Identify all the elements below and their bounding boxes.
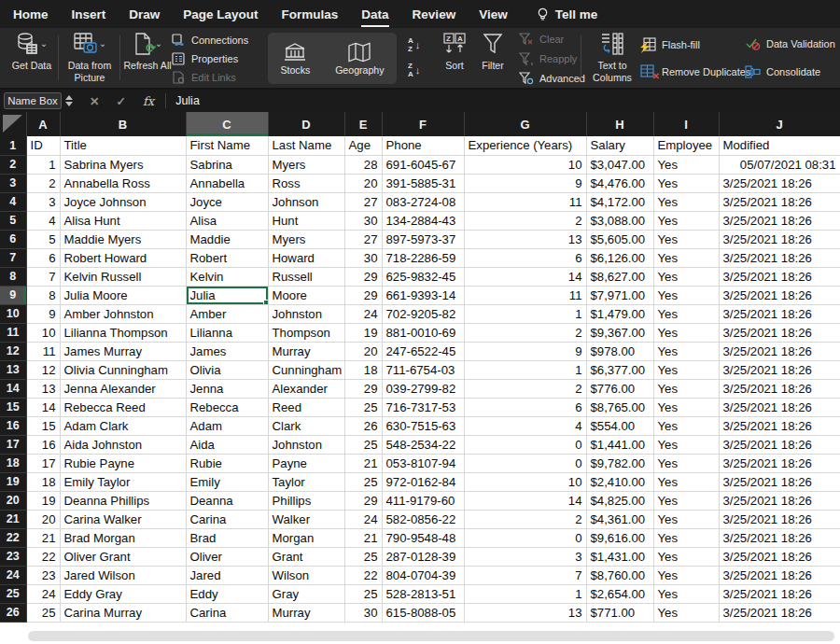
consolidate-button[interactable]: Consolidate xyxy=(745,65,838,78)
cell-C22[interactable]: Brad xyxy=(186,528,268,547)
cell-G15[interactable]: 6 xyxy=(464,398,586,416)
column-header-H[interactable]: H xyxy=(586,112,653,136)
cell-F4[interactable]: 083-2724-08 xyxy=(382,192,464,211)
tab-view[interactable]: View xyxy=(479,6,508,23)
cell-J26[interactable]: 3/25/2021 18:26 xyxy=(719,603,840,622)
cell-H18[interactable]: $9,782.00 xyxy=(586,454,653,472)
cell-C9[interactable]: Julia xyxy=(186,286,268,304)
name-box[interactable]: Name Box xyxy=(4,92,62,109)
cell-G1[interactable]: Experience (Years) xyxy=(464,136,586,155)
data-validation-button[interactable]: Data Validation ⌄ xyxy=(745,37,838,50)
cell-B21[interactable]: Carina Walker xyxy=(60,510,186,528)
cell-J9[interactable]: 3/25/2021 18:26 xyxy=(719,286,840,304)
row-header-11[interactable]: 11 xyxy=(0,323,26,342)
cell-D11[interactable]: Thompson xyxy=(268,323,344,342)
cell-A16[interactable]: 15 xyxy=(26,416,60,435)
insert-function-icon[interactable]: fx xyxy=(143,94,154,108)
cell-J14[interactable]: 3/25/2021 18:26 xyxy=(719,379,840,398)
cell-H15[interactable]: $8,765.00 xyxy=(586,398,653,416)
cell-C21[interactable]: Carina xyxy=(186,510,268,528)
connections-button[interactable]: Connections xyxy=(172,34,265,47)
cell-H19[interactable]: $2,410.00 xyxy=(586,472,653,491)
cell-H13[interactable]: $6,377.00 xyxy=(586,360,653,379)
cell-F8[interactable]: 625-9832-45 xyxy=(382,267,464,286)
cell-A1[interactable]: ID xyxy=(26,136,60,155)
cell-B3[interactable]: Annabella Ross xyxy=(60,174,186,192)
cell-C17[interactable]: Aida xyxy=(186,435,268,454)
cell-A24[interactable]: 23 xyxy=(26,566,60,584)
cell-E19[interactable]: 25 xyxy=(344,472,382,491)
cell-D13[interactable]: Cunningham xyxy=(268,360,344,379)
cell-J4[interactable]: 3/25/2021 18:26 xyxy=(719,192,840,211)
cell-I6[interactable]: Yes xyxy=(653,230,719,248)
cancel-icon[interactable]: ✕ xyxy=(90,94,99,108)
cell-D1[interactable]: Last Name xyxy=(268,136,344,155)
cell-I24[interactable]: Yes xyxy=(653,566,719,584)
cell-I13[interactable]: Yes xyxy=(653,360,719,379)
cell-D23[interactable]: Grant xyxy=(268,547,344,566)
refresh-all-button[interactable]: ⟳ ⌄ Refresh All xyxy=(123,32,172,72)
cell-A15[interactable]: 14 xyxy=(26,398,60,416)
formula-input[interactable]: Julia xyxy=(175,94,200,107)
cell-I14[interactable]: Yes xyxy=(653,379,719,398)
cell-F21[interactable]: 582-0856-22 xyxy=(382,510,464,528)
row-header-7[interactable]: 7 xyxy=(0,248,26,267)
cell-C25[interactable]: Eddy xyxy=(186,584,268,603)
confirm-icon[interactable]: ✓ xyxy=(116,94,125,108)
row-header-24[interactable]: 24 xyxy=(0,566,26,584)
cell-G25[interactable]: 1 xyxy=(464,584,586,603)
cell-D4[interactable]: Johnson xyxy=(268,192,344,211)
cell-C3[interactable]: Annabella xyxy=(186,174,268,192)
row-header-6[interactable]: 6 xyxy=(0,230,26,248)
row-header-4[interactable]: 4 xyxy=(0,192,26,211)
cell-A7[interactable]: 6 xyxy=(26,248,60,267)
cell-I17[interactable]: Yes xyxy=(653,435,719,454)
cell-A21[interactable]: 20 xyxy=(26,510,60,528)
cell-D25[interactable]: Gray xyxy=(268,584,344,603)
cell-I8[interactable]: Yes xyxy=(653,267,719,286)
cell-I12[interactable]: Yes xyxy=(653,342,719,360)
cell-E17[interactable]: 25 xyxy=(344,435,382,454)
column-header-E[interactable]: E xyxy=(344,112,382,136)
cell-E7[interactable]: 30 xyxy=(344,248,382,267)
geography-button[interactable]: Geography xyxy=(335,42,384,76)
cell-B1[interactable]: Title xyxy=(60,136,186,155)
cell-C6[interactable]: Maddie xyxy=(186,230,268,248)
cell-B5[interactable]: Alisa Hunt xyxy=(60,211,186,230)
column-header-F[interactable]: F xyxy=(382,112,464,136)
cell-I21[interactable]: Yes xyxy=(653,510,719,528)
cell-C26[interactable]: Carina xyxy=(186,603,268,622)
cell-E20[interactable]: 29 xyxy=(344,491,382,510)
column-header-A[interactable]: A xyxy=(26,112,60,136)
cell-A25[interactable]: 24 xyxy=(26,584,60,603)
cell-J22[interactable]: 3/25/2021 18:26 xyxy=(719,528,840,547)
row-header-25[interactable]: 25 xyxy=(0,584,26,603)
cell-A23[interactable]: 22 xyxy=(26,547,60,566)
cell-A18[interactable]: 17 xyxy=(26,454,60,472)
column-header-G[interactable]: G xyxy=(464,112,586,136)
cell-A17[interactable]: 16 xyxy=(26,435,60,454)
cell-I10[interactable]: Yes xyxy=(653,304,719,323)
cell-E25[interactable]: 25 xyxy=(344,584,382,603)
column-header-I[interactable]: I xyxy=(653,112,719,136)
cell-J12[interactable]: 3/25/2021 18:26 xyxy=(719,342,840,360)
row-header-18[interactable]: 18 xyxy=(0,454,26,472)
cell-G4[interactable]: 11 xyxy=(464,192,586,211)
cell-D5[interactable]: Hunt xyxy=(268,211,344,230)
cell-H2[interactable]: $3,047.00 xyxy=(586,155,653,174)
cell-D15[interactable]: Reed xyxy=(268,398,344,416)
cell-J11[interactable]: 3/25/2021 18:26 xyxy=(719,323,840,342)
cell-E15[interactable]: 25 xyxy=(344,398,382,416)
text-to-columns-button[interactable]: Text to Columns xyxy=(588,32,637,83)
tab-draw[interactable]: Draw xyxy=(129,6,160,23)
cell-D10[interactable]: Johnston xyxy=(268,304,344,323)
cell-H5[interactable]: $3,088.00 xyxy=(586,211,653,230)
cell-E6[interactable]: 27 xyxy=(344,230,382,248)
cell-C4[interactable]: Joyce xyxy=(186,192,268,211)
tell-me-button[interactable]: Tell me xyxy=(537,7,598,21)
cell-E23[interactable]: 25 xyxy=(344,547,382,566)
cell-B10[interactable]: Amber Johnston xyxy=(60,304,186,323)
cell-B19[interactable]: Emily Taylor xyxy=(60,472,186,491)
cell-G21[interactable]: 2 xyxy=(464,510,586,528)
row-header-21[interactable]: 21 xyxy=(0,510,26,528)
